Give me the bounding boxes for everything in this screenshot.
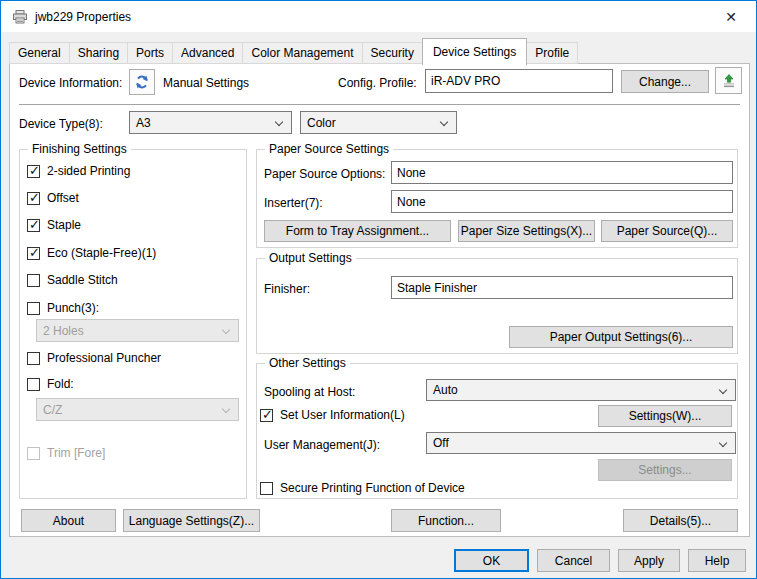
checkbox-label: 2-sided Printing	[47, 164, 130, 178]
tab-profile[interactable]: Profile	[526, 42, 578, 64]
inserter-label: Inserter(7):	[264, 196, 323, 210]
tab-device-settings[interactable]: Device Settings	[422, 38, 527, 65]
chevron-down-icon	[719, 386, 727, 394]
device-type-size-value: A3	[136, 116, 151, 130]
checkbox-label: Saddle Stitch	[47, 273, 118, 287]
ok-button[interactable]: OK	[454, 549, 529, 572]
help-button[interactable]: Help	[688, 549, 746, 572]
window-title: jwb229 Properties	[35, 10, 131, 24]
checkbox-offset[interactable]: Offset	[27, 191, 79, 205]
chevron-down-icon	[719, 439, 727, 447]
checkbox-box	[27, 352, 40, 365]
form-to-tray-assignment-button[interactable]: Form to Tray Assignment...	[264, 220, 451, 242]
checkbox-trim-fore: Trim [Fore]	[27, 446, 105, 460]
checkbox-set-user-information[interactable]: Set User Information(L)	[260, 408, 405, 422]
spooling-at-host-dropdown[interactable]: Auto	[426, 379, 736, 401]
checkbox-box	[27, 247, 40, 260]
checkbox-box	[27, 219, 40, 232]
checkbox-saddle-stitch[interactable]: Saddle Stitch	[27, 273, 118, 287]
punch-type-dropdown: 2 Holes	[36, 319, 239, 342]
language-settings-button[interactable]: Language Settings(Z)...	[123, 509, 260, 532]
settings-disabled-button: Settings...	[598, 459, 732, 481]
checkbox-box	[260, 482, 273, 495]
user-management-dropdown[interactable]: Off	[426, 432, 736, 454]
checkbox-label: Punch(3):	[47, 301, 99, 315]
change-button[interactable]: Change...	[621, 70, 709, 93]
tab-general[interactable]: General	[9, 42, 70, 64]
other-settings-title: Other Settings	[265, 356, 350, 370]
apply-button[interactable]: Apply	[618, 549, 680, 572]
config-profile-field[interactable]: iR-ADV PRO	[425, 69, 613, 93]
chevron-down-icon	[275, 118, 283, 126]
checkbox-label: Fold:	[47, 377, 74, 391]
device-information-label: Device Information:	[19, 76, 122, 90]
fold-type-value: C/Z	[43, 403, 62, 417]
checkbox-staple[interactable]: Staple	[27, 218, 81, 232]
tab-color-management[interactable]: Color Management	[242, 42, 362, 64]
tab-sharing[interactable]: Sharing	[69, 42, 128, 64]
user-management-label: User Management(J):	[264, 438, 380, 452]
checkbox-box	[27, 192, 40, 205]
checkbox-box	[260, 409, 273, 422]
checkbox-eco-staple-free[interactable]: Eco (Staple-Free)(1)	[27, 246, 156, 260]
function-button[interactable]: Function...	[391, 509, 501, 532]
checkbox-fold[interactable]: Fold:	[27, 377, 74, 391]
finishing-settings-title: Finishing Settings	[28, 142, 131, 156]
chevron-down-icon	[440, 118, 448, 126]
export-profile-button[interactable]	[715, 67, 742, 94]
user-management-value: Off	[433, 436, 449, 450]
device-type-size-dropdown[interactable]: A3	[129, 111, 292, 134]
checkbox-box	[27, 302, 40, 315]
checkbox-label: Professional Puncher	[47, 351, 161, 365]
refresh-device-info-button[interactable]	[129, 69, 155, 95]
header-divider	[19, 104, 740, 105]
tab-ports[interactable]: Ports	[127, 42, 173, 64]
paper-source-button[interactable]: Paper Source(Q)...	[601, 220, 733, 242]
cancel-button[interactable]: Cancel	[537, 549, 610, 572]
chevron-down-icon	[222, 326, 230, 334]
tab-strip: General Sharing Ports Advanced Color Man…	[9, 37, 578, 64]
checkbox-box	[27, 378, 40, 391]
checkbox-label: Set User Information(L)	[280, 408, 405, 422]
paper-output-settings-button[interactable]: Paper Output Settings(6)...	[509, 326, 733, 348]
paper-size-settings-button[interactable]: Paper Size Settings(X)...	[458, 220, 595, 242]
output-settings-title: Output Settings	[265, 251, 356, 265]
checkbox-box	[27, 447, 40, 460]
checkbox-label: Staple	[47, 218, 81, 232]
checkbox-box	[27, 274, 40, 287]
refresh-icon	[134, 74, 150, 90]
tab-security[interactable]: Security	[362, 42, 423, 64]
checkbox-2-sided-printing[interactable]: 2-sided Printing	[27, 164, 130, 178]
title-bar: jwb229 Properties ✕	[1, 1, 756, 32]
device-type-color-value: Color	[307, 116, 336, 130]
tab-advanced[interactable]: Advanced	[172, 42, 243, 64]
checkbox-label: Eco (Staple-Free)(1)	[47, 246, 156, 260]
checkbox-professional-puncher[interactable]: Professional Puncher	[27, 351, 161, 365]
close-icon[interactable]: ✕	[720, 7, 742, 27]
details-button[interactable]: Details(5)...	[623, 509, 738, 532]
finisher-field[interactable]: Staple Finisher	[391, 276, 733, 299]
checkbox-box	[27, 165, 40, 178]
chevron-down-icon	[222, 405, 230, 413]
device-type-label: Device Type(8):	[19, 117, 103, 131]
fold-type-dropdown: C/Z	[36, 398, 239, 421]
export-profile-icon	[721, 73, 737, 89]
punch-type-value: 2 Holes	[43, 324, 84, 338]
paper-source-options-field[interactable]: None	[391, 161, 733, 184]
config-profile-label: Config. Profile:	[338, 76, 417, 90]
inserter-field[interactable]: None	[391, 190, 733, 213]
settings-w-button[interactable]: Settings(W)...	[598, 405, 732, 427]
about-button[interactable]: About	[21, 509, 116, 532]
device-type-color-dropdown[interactable]: Color	[300, 111, 457, 134]
spooling-at-host-label: Spooling at Host:	[264, 385, 355, 399]
finisher-label: Finisher:	[264, 282, 310, 296]
checkbox-label: Trim [Fore]	[47, 446, 105, 460]
device-information-status: Manual Settings	[163, 76, 249, 90]
printer-icon	[12, 9, 28, 25]
checkbox-label: Offset	[47, 191, 79, 205]
spooling-at-host-value: Auto	[433, 383, 458, 397]
printer-properties-dialog: jwb229 Properties ✕ General Sharing Port…	[0, 0, 757, 579]
checkbox-secure-printing[interactable]: Secure Printing Function of Device	[260, 481, 465, 495]
paper-source-settings-title: Paper Source Settings	[265, 142, 393, 156]
checkbox-punch[interactable]: Punch(3):	[27, 301, 99, 315]
